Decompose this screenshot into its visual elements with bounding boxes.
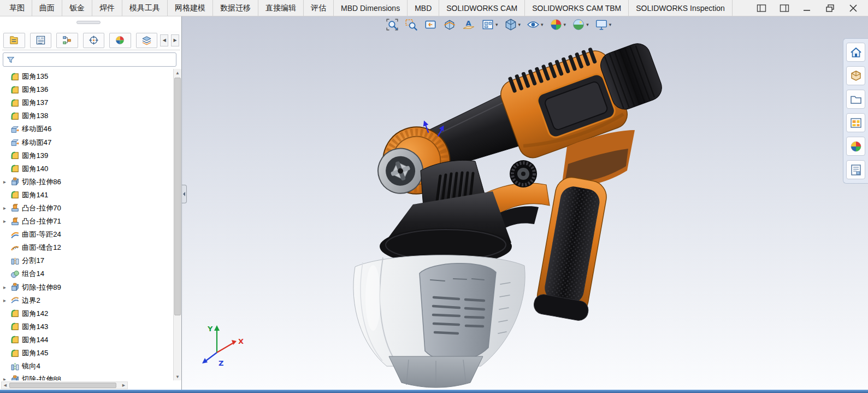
feature-tree-item[interactable]: 圆角138 xyxy=(0,109,173,122)
scroll-right-arrow[interactable]: ▶ xyxy=(120,382,127,389)
scroll-panel-tabs-left[interactable]: ◀ xyxy=(160,34,168,46)
display-style-button[interactable]: ▾ xyxy=(504,18,521,31)
apply-scene-button[interactable]: ▾ xyxy=(572,18,589,31)
feature-tree-item[interactable]: ▸切除-拉伸86 xyxy=(0,175,173,189)
feature-tree-item[interactable]: 圆角143 xyxy=(0,320,173,333)
restore-button[interactable] xyxy=(825,4,835,13)
view-orientation-button[interactable]: ▾ xyxy=(481,18,498,31)
expand-arrow-icon[interactable]: ▸ xyxy=(3,377,10,380)
dropdown-caret-icon[interactable]: ▾ xyxy=(541,22,544,27)
featuremanager-tab[interactable] xyxy=(3,33,25,48)
custom-properties-button[interactable] xyxy=(846,160,865,179)
zoom-to-area-button[interactable] xyxy=(405,18,418,31)
ribbon-tab-10[interactable]: MBD Dimensions xyxy=(334,0,408,16)
edit-appearance-button[interactable]: ▾ xyxy=(550,18,566,31)
ribbon-tab-9[interactable]: 评估 xyxy=(304,0,334,16)
dimxpertmanager-tab[interactable] xyxy=(83,33,105,48)
ribbon-tab-5[interactable]: 模具工具 xyxy=(122,0,168,16)
propertymanager-tab[interactable] xyxy=(30,33,52,48)
expand-arrow-icon[interactable]: ▸ xyxy=(3,179,10,185)
feature-tree-item[interactable]: 圆角136 xyxy=(0,83,173,96)
feature-tree-item[interactable]: 圆角135 xyxy=(0,70,173,83)
ribbon-tab-2[interactable]: 曲面 xyxy=(32,0,62,16)
ribbon-tab-11[interactable]: MBD xyxy=(408,0,439,16)
hide-show-items-button[interactable]: ▾ xyxy=(527,18,544,31)
scroll-panel-tabs-right[interactable]: ▶ xyxy=(171,34,179,46)
tree-horizontal-scrollbar[interactable]: ◀ ▶ xyxy=(1,382,128,389)
section-view-button[interactable] xyxy=(443,18,456,31)
feature-tree-item[interactable]: ▸凸台-拉伸70 xyxy=(0,202,173,215)
appearances-button[interactable] xyxy=(846,137,865,156)
vertical-scroll-thumb[interactable] xyxy=(174,78,181,315)
ribbon-tab-12[interactable]: SOLIDWORKS CAM xyxy=(439,0,525,16)
view-settings-button[interactable]: ▾ xyxy=(595,18,612,31)
dropdown-caret-icon[interactable]: ▾ xyxy=(609,22,612,27)
feature-tree-item[interactable]: ▸凸台-拉伸71 xyxy=(0,215,173,228)
feature-tree-item[interactable]: 组合14 xyxy=(0,267,173,280)
dropdown-caret-icon[interactable]: ▾ xyxy=(586,22,589,27)
horizontal-scroll-thumb[interactable] xyxy=(9,383,116,388)
dropdown-caret-icon[interactable]: ▾ xyxy=(495,22,498,27)
flow-control-knob[interactable] xyxy=(510,160,537,187)
ribbon-tab-6[interactable]: 网格建模 xyxy=(168,0,213,16)
ribbon-tab-3[interactable]: 钣金 xyxy=(62,0,92,16)
close-button[interactable] xyxy=(848,4,858,13)
view-palette-button[interactable] xyxy=(846,113,865,132)
feature-tree-item[interactable]: 分割17 xyxy=(0,254,173,267)
previous-view-button[interactable] xyxy=(424,18,437,31)
ribbon-tab-7[interactable]: 数据迁移 xyxy=(213,0,258,16)
dynamic-annotation-views-button[interactable]: A xyxy=(462,18,475,31)
feature-tree-item[interactable]: 镜向4 xyxy=(0,360,173,373)
file-explorer-button[interactable] xyxy=(846,90,865,109)
feature-tree-item[interactable]: 圆角139 xyxy=(0,149,173,162)
tree-vertical-scrollbar[interactable]: ▲ ▼ xyxy=(173,69,181,380)
feature-tree-item[interactable]: 圆角140 xyxy=(0,162,173,175)
feature-tree-item[interactable]: 圆角142 xyxy=(0,307,173,320)
cam-tree-tab[interactable] xyxy=(136,33,158,48)
configurationmanager-tab[interactable] xyxy=(56,33,78,48)
feature-tree-item[interactable]: 圆角137 xyxy=(0,96,173,109)
feature-tree-item[interactable]: 移动面47 xyxy=(0,136,173,149)
expand-arrow-icon[interactable]: ▸ xyxy=(3,298,10,303)
ribbon-tab-13[interactable]: SOLIDWORKS CAM TBM xyxy=(525,0,629,16)
expand-arrow-icon[interactable]: ▸ xyxy=(3,219,10,224)
fillet-icon xyxy=(10,164,20,173)
ribbon-tab-8[interactable]: 直接编辑 xyxy=(258,0,304,16)
feature-tree-filter[interactable] xyxy=(3,52,176,67)
design-library-icon xyxy=(849,69,863,83)
feature-tree-item[interactable]: 曲面-缝合12 xyxy=(0,241,173,254)
home-button[interactable] xyxy=(846,43,865,62)
dropdown-caret-icon[interactable]: ▾ xyxy=(564,22,566,27)
feature-tree-item[interactable]: 圆角144 xyxy=(0,333,173,347)
feature-tree-item[interactable]: ▸切除-拉伸89 xyxy=(0,281,173,294)
feature-tree-item[interactable]: ▸边界2 xyxy=(0,294,173,307)
displaymanager-tab[interactable] xyxy=(109,33,131,48)
zoom-to-fit-button[interactable] xyxy=(386,18,399,31)
appearances-icon xyxy=(849,140,863,153)
panel-collapse-handle[interactable] xyxy=(182,185,187,203)
feature-tree-item[interactable]: ▸切除-拉伸88 xyxy=(0,373,173,380)
fillet-icon xyxy=(10,309,20,318)
feature-tree-item[interactable]: 圆角141 xyxy=(0,189,173,202)
ribbon-tab-14[interactable]: SOLIDWORKS Inspection xyxy=(629,0,733,16)
dropdown-caret-icon[interactable]: ▾ xyxy=(518,22,521,27)
file-explorer-icon xyxy=(849,93,863,106)
minimize-button[interactable] xyxy=(802,4,812,13)
ribbon-tab-1[interactable]: 草图 xyxy=(2,0,32,16)
pane-toggle-right-button[interactable] xyxy=(780,4,789,13)
design-library-button[interactable] xyxy=(846,66,865,85)
feature-tree-item[interactable]: 圆角145 xyxy=(0,347,173,360)
triad-y-label: Y xyxy=(207,325,213,333)
expand-arrow-icon[interactable]: ▸ xyxy=(3,285,10,290)
pane-toggle-left-button[interactable] xyxy=(757,4,766,13)
spray-gun-model[interactable] xyxy=(353,29,670,388)
panel-drag-grip[interactable] xyxy=(76,21,101,24)
feature-tree-item[interactable]: 移动面46 xyxy=(0,122,173,136)
feature-tree-item[interactable]: 曲面-等距24 xyxy=(0,228,173,241)
panel-tab-strip: ◀▶ xyxy=(2,31,180,50)
ribbon-tab-4[interactable]: 焊件 xyxy=(92,0,122,16)
expand-arrow-icon[interactable]: ▸ xyxy=(3,206,10,211)
scroll-up-arrow[interactable]: ▲ xyxy=(174,69,181,77)
scroll-left-arrow[interactable]: ◀ xyxy=(2,382,9,389)
scroll-down-arrow[interactable]: ▼ xyxy=(174,373,181,380)
